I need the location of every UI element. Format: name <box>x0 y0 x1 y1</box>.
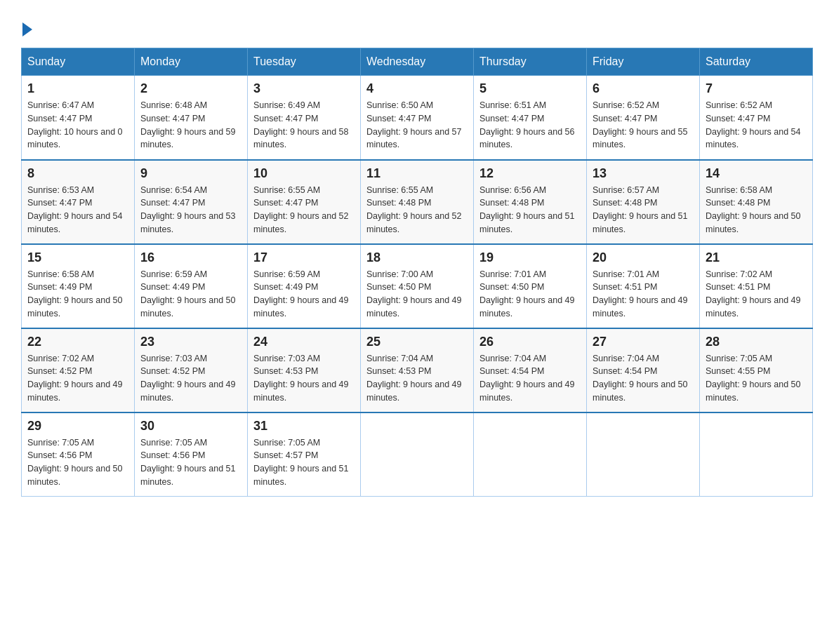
calendar-cell <box>361 412 474 497</box>
day-number: 1 <box>27 81 128 96</box>
day-number: 19 <box>479 250 581 265</box>
logo <box>21 21 35 34</box>
day-number: 14 <box>706 166 807 181</box>
calendar-cell: 18 Sunrise: 7:00 AMSunset: 4:50 PMDaylig… <box>361 244 474 328</box>
day-info: Sunrise: 7:02 AMSunset: 4:51 PMDaylight:… <box>706 268 807 321</box>
day-info: Sunrise: 6:56 AMSunset: 4:48 PMDaylight:… <box>479 184 581 236</box>
calendar-cell: 22 Sunrise: 7:02 AMSunset: 4:52 PMDaylig… <box>22 328 135 412</box>
calendar-cell: 15 Sunrise: 6:58 AMSunset: 4:49 PMDaylig… <box>22 244 135 328</box>
day-number: 2 <box>140 81 241 96</box>
day-number: 24 <box>253 335 355 349</box>
col-header-monday: Monday <box>135 48 248 76</box>
calendar-cell: 29 Sunrise: 7:05 AMSunset: 4:56 PMDaylig… <box>22 412 135 497</box>
calendar-cell: 5 Sunrise: 6:51 AMSunset: 4:47 PMDayligh… <box>474 76 587 160</box>
day-number: 23 <box>140 335 241 349</box>
calendar-cell: 2 Sunrise: 6:48 AMSunset: 4:47 PMDayligh… <box>135 76 248 160</box>
calendar-cell: 20 Sunrise: 7:01 AMSunset: 4:51 PMDaylig… <box>587 244 700 328</box>
calendar-cell: 10 Sunrise: 6:55 AMSunset: 4:47 PMDaylig… <box>248 160 361 244</box>
day-info: Sunrise: 6:59 AMSunset: 4:49 PMDaylight:… <box>253 268 355 321</box>
day-info: Sunrise: 6:53 AMSunset: 4:47 PMDaylight:… <box>27 184 128 236</box>
calendar-cell <box>700 412 813 497</box>
calendar-cell: 16 Sunrise: 6:59 AMSunset: 4:49 PMDaylig… <box>135 244 248 328</box>
day-info: Sunrise: 6:52 AMSunset: 4:47 PMDaylight:… <box>593 99 694 152</box>
col-header-saturday: Saturday <box>700 48 813 76</box>
day-number: 30 <box>140 419 241 434</box>
day-info: Sunrise: 6:51 AMSunset: 4:47 PMDaylight:… <box>479 99 581 152</box>
day-info: Sunrise: 6:58 AMSunset: 4:49 PMDaylight:… <box>27 268 128 321</box>
calendar-cell: 6 Sunrise: 6:52 AMSunset: 4:47 PMDayligh… <box>587 76 700 160</box>
calendar-cell: 1 Sunrise: 6:47 AMSunset: 4:47 PMDayligh… <box>22 76 135 160</box>
calendar-cell <box>587 412 700 497</box>
day-number: 4 <box>366 81 468 96</box>
day-number: 12 <box>479 166 581 181</box>
col-header-sunday: Sunday <box>22 48 135 76</box>
calendar-cell: 17 Sunrise: 6:59 AMSunset: 4:49 PMDaylig… <box>248 244 361 328</box>
day-number: 20 <box>593 250 694 265</box>
day-info: Sunrise: 6:57 AMSunset: 4:48 PMDaylight:… <box>593 184 694 236</box>
calendar-cell: 27 Sunrise: 7:04 AMSunset: 4:54 PMDaylig… <box>587 328 700 412</box>
day-info: Sunrise: 7:00 AMSunset: 4:50 PMDaylight:… <box>366 268 468 321</box>
day-info: Sunrise: 7:01 AMSunset: 4:51 PMDaylight:… <box>593 268 694 321</box>
day-number: 11 <box>366 166 468 181</box>
day-info: Sunrise: 6:50 AMSunset: 4:47 PMDaylight:… <box>366 99 468 152</box>
day-number: 15 <box>27 250 128 265</box>
day-number: 6 <box>593 81 694 96</box>
day-number: 26 <box>479 335 581 349</box>
day-info: Sunrise: 7:03 AMSunset: 4:53 PMDaylight:… <box>253 352 355 405</box>
day-number: 9 <box>140 166 241 181</box>
calendar-table: SundayMondayTuesdayWednesdayThursdayFrid… <box>21 48 813 497</box>
day-info: Sunrise: 7:01 AMSunset: 4:50 PMDaylight:… <box>479 268 581 321</box>
day-number: 28 <box>706 335 807 349</box>
col-header-wednesday: Wednesday <box>361 48 474 76</box>
page-header <box>21 21 813 34</box>
day-info: Sunrise: 6:59 AMSunset: 4:49 PMDaylight:… <box>140 268 241 321</box>
calendar-week-row: 8 Sunrise: 6:53 AMSunset: 4:47 PMDayligh… <box>22 160 813 244</box>
day-info: Sunrise: 6:47 AMSunset: 4:47 PMDaylight:… <box>27 99 128 152</box>
day-number: 27 <box>593 335 694 349</box>
calendar-cell: 30 Sunrise: 7:05 AMSunset: 4:56 PMDaylig… <box>135 412 248 497</box>
day-info: Sunrise: 7:05 AMSunset: 4:55 PMDaylight:… <box>706 352 807 405</box>
calendar-week-row: 1 Sunrise: 6:47 AMSunset: 4:47 PMDayligh… <box>22 76 813 160</box>
day-number: 5 <box>479 81 581 96</box>
calendar-cell: 25 Sunrise: 7:04 AMSunset: 4:53 PMDaylig… <box>361 328 474 412</box>
day-info: Sunrise: 6:49 AMSunset: 4:47 PMDaylight:… <box>253 99 355 152</box>
day-number: 13 <box>593 166 694 181</box>
day-number: 17 <box>253 250 355 265</box>
day-info: Sunrise: 6:58 AMSunset: 4:48 PMDaylight:… <box>706 184 807 236</box>
day-info: Sunrise: 6:54 AMSunset: 4:47 PMDaylight:… <box>140 184 241 236</box>
day-info: Sunrise: 7:04 AMSunset: 4:53 PMDaylight:… <box>366 352 468 405</box>
calendar-cell: 23 Sunrise: 7:03 AMSunset: 4:52 PMDaylig… <box>135 328 248 412</box>
calendar-cell: 14 Sunrise: 6:58 AMSunset: 4:48 PMDaylig… <box>700 160 813 244</box>
calendar-cell: 3 Sunrise: 6:49 AMSunset: 4:47 PMDayligh… <box>248 76 361 160</box>
calendar-cell: 28 Sunrise: 7:05 AMSunset: 4:55 PMDaylig… <box>700 328 813 412</box>
day-info: Sunrise: 6:48 AMSunset: 4:47 PMDaylight:… <box>140 99 241 152</box>
calendar-header-row: SundayMondayTuesdayWednesdayThursdayFrid… <box>22 48 813 76</box>
calendar-cell: 21 Sunrise: 7:02 AMSunset: 4:51 PMDaylig… <box>700 244 813 328</box>
day-number: 25 <box>366 335 468 349</box>
calendar-week-row: 29 Sunrise: 7:05 AMSunset: 4:56 PMDaylig… <box>22 412 813 497</box>
logo-arrow-icon <box>22 22 32 36</box>
calendar-cell: 12 Sunrise: 6:56 AMSunset: 4:48 PMDaylig… <box>474 160 587 244</box>
day-info: Sunrise: 6:55 AMSunset: 4:47 PMDaylight:… <box>253 184 355 236</box>
day-number: 29 <box>27 419 128 434</box>
calendar-cell: 9 Sunrise: 6:54 AMSunset: 4:47 PMDayligh… <box>135 160 248 244</box>
calendar-cell: 19 Sunrise: 7:01 AMSunset: 4:50 PMDaylig… <box>474 244 587 328</box>
calendar-cell: 4 Sunrise: 6:50 AMSunset: 4:47 PMDayligh… <box>361 76 474 160</box>
day-info: Sunrise: 7:02 AMSunset: 4:52 PMDaylight:… <box>27 352 128 405</box>
calendar-cell: 13 Sunrise: 6:57 AMSunset: 4:48 PMDaylig… <box>587 160 700 244</box>
calendar-week-row: 15 Sunrise: 6:58 AMSunset: 4:49 PMDaylig… <box>22 244 813 328</box>
calendar-cell: 26 Sunrise: 7:04 AMSunset: 4:54 PMDaylig… <box>474 328 587 412</box>
day-number: 21 <box>706 250 807 265</box>
col-header-thursday: Thursday <box>474 48 587 76</box>
day-info: Sunrise: 7:04 AMSunset: 4:54 PMDaylight:… <box>593 352 694 405</box>
calendar-week-row: 22 Sunrise: 7:02 AMSunset: 4:52 PMDaylig… <box>22 328 813 412</box>
calendar-cell: 11 Sunrise: 6:55 AMSunset: 4:48 PMDaylig… <box>361 160 474 244</box>
day-number: 16 <box>140 250 241 265</box>
col-header-tuesday: Tuesday <box>248 48 361 76</box>
calendar-cell: 31 Sunrise: 7:05 AMSunset: 4:57 PMDaylig… <box>248 412 361 497</box>
day-info: Sunrise: 7:05 AMSunset: 4:56 PMDaylight:… <box>140 436 241 489</box>
calendar-cell <box>474 412 587 497</box>
day-number: 18 <box>366 250 468 265</box>
day-info: Sunrise: 7:05 AMSunset: 4:57 PMDaylight:… <box>253 436 355 489</box>
day-info: Sunrise: 7:03 AMSunset: 4:52 PMDaylight:… <box>140 352 241 405</box>
